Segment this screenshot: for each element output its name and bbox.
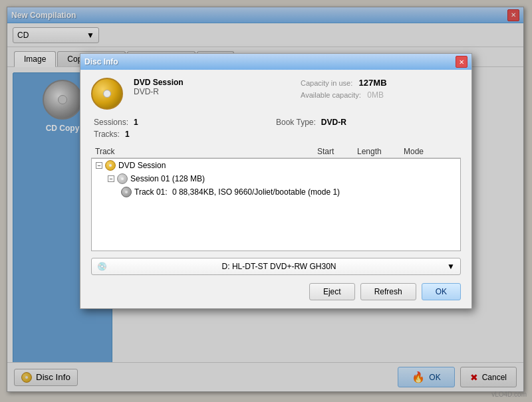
session-01-label: Session 01 (128 MB): [130, 174, 205, 183]
disc-info-details: DVD Session DVD-R Capacity in use: 127MB…: [134, 78, 461, 110]
refresh-button[interactable]: Refresh: [360, 283, 416, 300]
drive-icon: 💿: [97, 262, 107, 271]
session-icon: [117, 173, 128, 184]
tree-expand-session[interactable]: −: [108, 175, 114, 182]
track-icon: [121, 187, 132, 197]
available-row: Available capacity: 0MB: [301, 90, 461, 100]
book-type-item: Book Type: DVD-R: [276, 118, 458, 127]
dialog-ok-button[interactable]: OK: [422, 283, 461, 300]
drive-select-row: 💿 D: HL-DT-ST DVD+-RW GH30N ▼: [91, 258, 461, 275]
drive-label: D: HL-DT-ST DVD+-RW GH30N: [222, 262, 336, 271]
book-type-col: Book Type: DVD-R: [276, 118, 458, 139]
capacity-row: Capacity in use: 127MB: [301, 78, 461, 88]
drive-dropdown[interactable]: 💿 D: HL-DT-ST DVD+-RW GH30N ▼: [91, 258, 461, 275]
tree-col-mode: Mode: [404, 147, 457, 156]
tree-expand-dvd[interactable]: −: [96, 162, 102, 169]
available-value: 0MB: [367, 90, 384, 100]
tree-col-track: Track: [95, 147, 317, 156]
track-01-label: Track 01: 0 88,384KB, ISO 9660/Joliet/bo…: [134, 187, 340, 197]
disc-large-icon: [91, 78, 123, 110]
dvd-session-icon: [105, 160, 116, 171]
sessions-value: 1: [134, 118, 138, 127]
dialog-buttons: Eject Refresh OK: [91, 283, 461, 300]
eject-button[interactable]: Eject: [309, 283, 355, 300]
drive-dropdown-arrow: ▼: [447, 262, 455, 271]
capacity-col: Capacity in use: 127MB Available capacit…: [301, 78, 461, 110]
dialog-titlebar: Disc Info ✕: [80, 54, 471, 70]
disc-info-dialog: Disc Info ✕ DVD Session DVD-R Capacity i…: [80, 53, 472, 309]
dialog-content: DVD Session DVD-R Capacity in use: 127MB…: [80, 70, 471, 308]
dialog-title: Disc Info: [84, 57, 118, 66]
capacity-value: 127MB: [359, 78, 387, 88]
tracks-item: Tracks: 1: [94, 130, 276, 139]
tree-session-01[interactable]: − Session 01 (128 MB): [92, 172, 460, 185]
sessions-book-row: Sessions: 1 Tracks: 1 Book Type: DVD-R: [91, 118, 461, 139]
disc-type-col: DVD Session DVD-R: [134, 78, 294, 110]
disc-subtype-label: DVD-R: [134, 87, 294, 96]
tree-header: Track Start Length Mode: [91, 146, 461, 158]
tree-area[interactable]: − DVD Session − Session 01 (128 MB) Trac…: [91, 158, 461, 251]
book-type-value: DVD-R: [321, 118, 346, 127]
tree-col-start: Start: [317, 147, 357, 156]
dialog-close-button[interactable]: ✕: [456, 56, 467, 68]
tracks-value: 1: [125, 130, 130, 139]
tree-dvd-session[interactable]: − DVD Session: [92, 159, 460, 172]
disc-info-top-row: DVD Session DVD-R Capacity in use: 127MB…: [91, 78, 461, 110]
sessions-item: Sessions: 1: [94, 118, 276, 127]
dvd-session-label: DVD Session: [118, 161, 166, 170]
tree-col-length: Length: [357, 147, 404, 156]
tree-track-01[interactable]: Track 01: 0 88,384KB, ISO 9660/Joliet/bo…: [92, 185, 460, 199]
disc-type-label: DVD Session: [134, 78, 294, 87]
sessions-tracks-col: Sessions: 1 Tracks: 1: [94, 118, 276, 139]
